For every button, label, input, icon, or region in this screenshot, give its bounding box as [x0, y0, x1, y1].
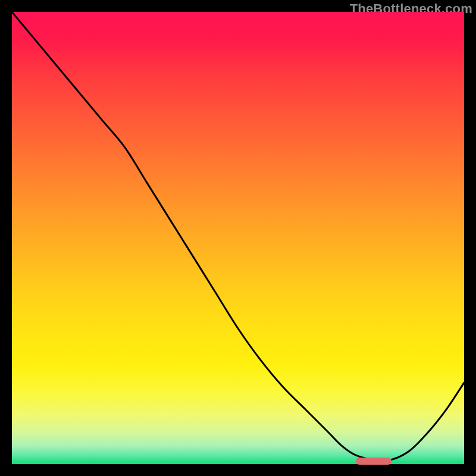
chart-frame: TheBottleneck.com [0, 0, 476, 476]
plot-area [12, 12, 464, 464]
bottleneck-curve [12, 12, 464, 464]
optimal-range-marker [356, 458, 392, 465]
